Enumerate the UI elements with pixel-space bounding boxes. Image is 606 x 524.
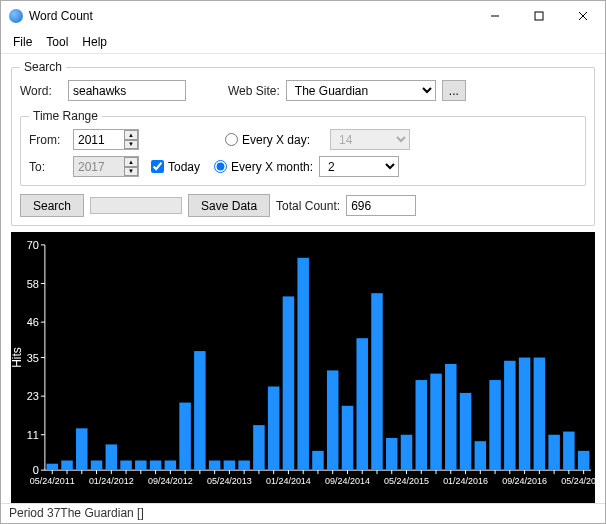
search-button[interactable]: Search — [20, 194, 84, 217]
svg-text:70: 70 — [27, 239, 39, 251]
svg-rect-46 — [416, 380, 428, 470]
svg-text:09/24/2016: 09/24/2016 — [502, 476, 547, 486]
svg-rect-25 — [106, 444, 118, 470]
svg-rect-50 — [475, 441, 487, 470]
svg-rect-56 — [563, 432, 575, 471]
menubar: File Tool Help — [1, 31, 605, 54]
svg-rect-38 — [297, 258, 309, 470]
menu-file[interactable]: File — [7, 33, 38, 51]
svg-text:46: 46 — [27, 316, 39, 328]
time-range-group: Time Range From: ▲▼ Every X day: 14 To: … — [20, 109, 586, 186]
app-icon — [9, 9, 23, 23]
svg-rect-21 — [47, 464, 59, 470]
content-panel: Search Word: Web Site: The Guardian ... … — [1, 54, 605, 232]
to-spinner[interactable]: ▲▼ — [73, 156, 139, 177]
website-label: Web Site: — [228, 84, 280, 98]
svg-rect-34 — [238, 460, 250, 470]
menu-help[interactable]: Help — [76, 33, 113, 51]
svg-text:11: 11 — [27, 429, 39, 441]
svg-rect-30 — [179, 403, 191, 471]
menu-tool[interactable]: Tool — [40, 33, 74, 51]
svg-rect-54 — [534, 358, 546, 471]
svg-rect-29 — [165, 460, 177, 470]
minimize-button[interactable] — [473, 1, 517, 31]
svg-rect-27 — [135, 460, 147, 470]
every-day-radio[interactable]: Every X day: — [225, 133, 310, 147]
svg-rect-36 — [268, 386, 280, 470]
total-count-value — [346, 195, 416, 216]
word-label: Word: — [20, 84, 62, 98]
progress-bar — [90, 197, 182, 214]
search-group: Search Word: Web Site: The Guardian ... … — [11, 60, 595, 226]
total-count-label: Total Count: — [276, 199, 340, 213]
svg-text:09/24/2012: 09/24/2012 — [148, 476, 193, 486]
svg-text:0: 0 — [33, 464, 39, 476]
svg-rect-26 — [120, 460, 132, 470]
up-arrow-icon[interactable]: ▲ — [124, 130, 138, 140]
svg-rect-44 — [386, 438, 398, 470]
up-arrow-icon[interactable]: ▲ — [124, 157, 138, 167]
svg-rect-33 — [224, 460, 236, 470]
status-bar: Period 37The Guardian [] — [1, 503, 605, 523]
titlebar: Word Count — [1, 1, 605, 31]
svg-rect-43 — [371, 293, 383, 470]
today-checkbox[interactable]: Today — [151, 160, 200, 174]
search-legend: Search — [20, 60, 66, 74]
chart-canvas: 0112335465870Hits05/24/201101/24/201209/… — [11, 232, 595, 503]
svg-text:Hits: Hits — [11, 347, 24, 368]
svg-rect-40 — [327, 370, 339, 470]
svg-text:05/24/2011: 05/24/2011 — [30, 476, 75, 486]
every-day-select: 14 — [330, 129, 410, 150]
window-title: Word Count — [29, 9, 473, 23]
svg-rect-47 — [430, 374, 442, 471]
svg-rect-24 — [91, 460, 103, 470]
time-range-legend: Time Range — [29, 109, 102, 123]
svg-rect-41 — [342, 406, 354, 470]
maximize-button[interactable] — [517, 1, 561, 31]
website-select[interactable]: The Guardian — [286, 80, 436, 101]
svg-rect-22 — [61, 460, 73, 470]
svg-rect-52 — [504, 361, 516, 470]
svg-rect-45 — [401, 435, 413, 470]
svg-text:01/24/2014: 01/24/2014 — [266, 476, 311, 486]
down-arrow-icon[interactable]: ▼ — [124, 167, 138, 177]
svg-text:09/24/2014: 09/24/2014 — [325, 476, 370, 486]
svg-rect-23 — [76, 428, 88, 470]
svg-rect-48 — [445, 364, 457, 470]
svg-text:05/24/2017: 05/24/2017 — [561, 476, 595, 486]
from-spinner[interactable]: ▲▼ — [73, 129, 139, 150]
to-label: To: — [29, 160, 67, 174]
save-data-button[interactable]: Save Data — [188, 194, 270, 217]
svg-rect-28 — [150, 460, 162, 470]
svg-rect-35 — [253, 425, 265, 470]
svg-rect-32 — [209, 460, 221, 470]
svg-rect-49 — [460, 393, 472, 470]
svg-rect-31 — [194, 351, 206, 470]
every-month-radio[interactable]: Every X month: — [214, 160, 313, 174]
svg-rect-55 — [548, 435, 560, 470]
website-browse-button[interactable]: ... — [442, 80, 466, 101]
svg-text:23: 23 — [27, 390, 39, 402]
svg-text:01/24/2012: 01/24/2012 — [89, 476, 134, 486]
svg-rect-39 — [312, 451, 324, 470]
svg-rect-1 — [535, 12, 543, 20]
svg-text:05/24/2015: 05/24/2015 — [384, 476, 429, 486]
svg-rect-37 — [283, 296, 295, 470]
svg-text:35: 35 — [27, 352, 39, 364]
svg-text:01/24/2016: 01/24/2016 — [443, 476, 488, 486]
svg-rect-57 — [578, 451, 590, 470]
svg-rect-51 — [489, 380, 501, 470]
down-arrow-icon[interactable]: ▼ — [124, 140, 138, 150]
window-controls — [473, 1, 605, 31]
svg-rect-42 — [356, 338, 368, 470]
every-month-select[interactable]: 2 — [319, 156, 399, 177]
svg-rect-53 — [519, 358, 531, 471]
from-label: From: — [29, 133, 67, 147]
word-input[interactable] — [68, 80, 186, 101]
svg-text:05/24/2013: 05/24/2013 — [207, 476, 252, 486]
chart: 0112335465870Hits05/24/201101/24/201209/… — [11, 232, 595, 503]
close-button[interactable] — [561, 1, 605, 31]
svg-text:58: 58 — [27, 278, 39, 290]
